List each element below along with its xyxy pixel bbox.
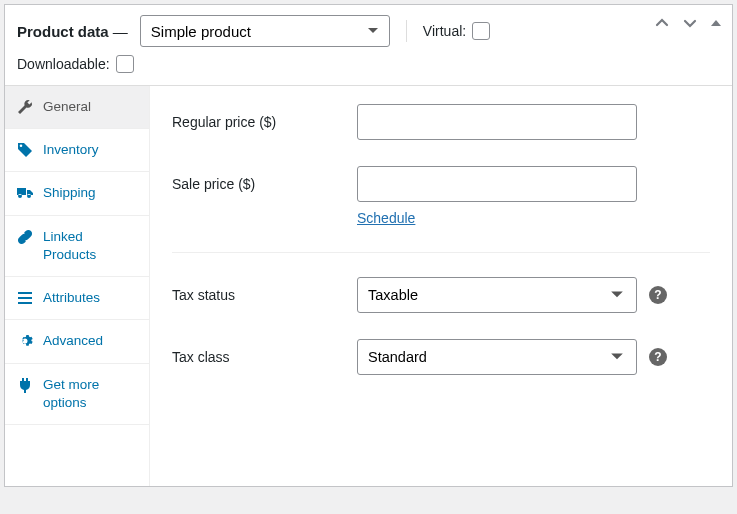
tab-label: Shipping <box>43 184 139 202</box>
downloadable-field: Downloadable: <box>17 55 720 73</box>
header-actions <box>654 15 722 31</box>
plug-icon <box>17 377 33 393</box>
product-data-panel: Product data — Simple product Virtual: D… <box>4 4 733 487</box>
tab-shipping[interactable]: Shipping <box>5 172 149 215</box>
truck-icon <box>17 185 33 201</box>
help-icon[interactable]: ? <box>649 286 667 304</box>
tab-get-more-options[interactable]: Get more options <box>5 364 149 425</box>
divider <box>172 252 710 253</box>
tax-class-select[interactable]: Standard <box>357 339 637 375</box>
gear-icon <box>17 333 33 349</box>
tab-linked-products[interactable]: Linked Products <box>5 216 149 277</box>
product-type-select[interactable]: Simple product <box>140 15 390 47</box>
virtual-label: Virtual: <box>423 23 466 39</box>
tab-label: General <box>43 98 139 116</box>
tab-label: Attributes <box>43 289 139 307</box>
tab-label: Get more options <box>43 376 139 412</box>
tax-status-row: Tax status Taxable ? <box>172 277 710 313</box>
tab-label: Advanced <box>43 332 139 350</box>
regular-price-input[interactable] <box>357 104 637 140</box>
list-icon <box>17 290 33 306</box>
panel-header: Product data — Simple product Virtual: D… <box>5 5 732 86</box>
link-icon <box>17 229 33 245</box>
help-icon[interactable]: ? <box>649 348 667 366</box>
general-tab-content: Regular price ($) Sale price ($) Schedul… <box>150 86 732 486</box>
schedule-link[interactable]: Schedule <box>357 210 415 226</box>
sale-price-row: Sale price ($) <box>172 166 710 202</box>
sale-price-input[interactable] <box>357 166 637 202</box>
chevron-up-icon[interactable] <box>654 15 670 31</box>
schedule-row: Schedule <box>357 210 710 226</box>
tab-label: Inventory <box>43 141 139 159</box>
collapse-icon[interactable] <box>710 17 722 29</box>
tax-class-label: Tax class <box>172 349 357 365</box>
virtual-field: Virtual: <box>423 22 490 40</box>
downloadable-label: Downloadable: <box>17 56 110 72</box>
tab-general[interactable]: General <box>5 86 149 129</box>
virtual-checkbox[interactable] <box>472 22 490 40</box>
separator <box>406 20 407 42</box>
tabs-sidebar: General Inventory Shipping Linked Produc… <box>5 86 150 486</box>
tax-status-label: Tax status <box>172 287 357 303</box>
panel-title-text: Product data <box>17 23 109 40</box>
wrench-icon <box>17 99 33 115</box>
dash: — <box>113 23 128 40</box>
tab-attributes[interactable]: Attributes <box>5 277 149 320</box>
panel-title: Product data — <box>17 23 128 40</box>
tab-advanced[interactable]: Advanced <box>5 320 149 363</box>
tax-class-row: Tax class Standard ? <box>172 339 710 375</box>
tag-icon <box>17 142 33 158</box>
sale-price-label: Sale price ($) <box>172 176 357 192</box>
regular-price-label: Regular price ($) <box>172 114 357 130</box>
panel-body: General Inventory Shipping Linked Produc… <box>5 86 732 486</box>
tab-label: Linked Products <box>43 228 139 264</box>
tab-inventory[interactable]: Inventory <box>5 129 149 172</box>
regular-price-row: Regular price ($) <box>172 104 710 140</box>
downloadable-checkbox[interactable] <box>116 55 134 73</box>
chevron-down-icon[interactable] <box>682 15 698 31</box>
tax-status-select[interactable]: Taxable <box>357 277 637 313</box>
